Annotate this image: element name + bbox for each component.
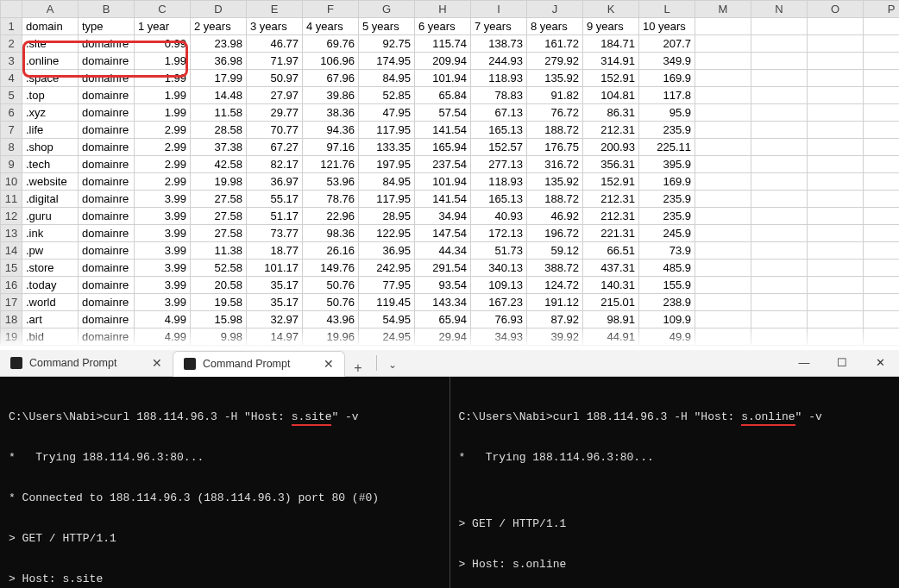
cell[interactable]: 121.76 [303,156,359,173]
row-header[interactable]: 4 [1,70,22,87]
cell[interactable] [864,87,900,104]
cell[interactable]: 35.17 [247,277,303,294]
cell[interactable] [808,18,864,35]
cell[interactable]: 104.81 [583,87,639,104]
row-header[interactable]: 9 [1,156,22,173]
cell[interactable]: 2 years [191,18,247,35]
cell[interactable]: 78.76 [303,191,359,208]
cell[interactable]: 1.99 [135,70,191,87]
cell[interactable]: 165.94 [415,139,471,156]
row-header[interactable]: 16 [1,277,22,294]
cell[interactable]: 141.54 [415,122,471,139]
cell[interactable]: 152.57 [471,139,527,156]
cell[interactable]: .art [22,311,79,328]
cell[interactable]: 109.9 [639,311,695,328]
cell[interactable]: 44.91 [583,328,639,346]
cell[interactable]: 4.99 [135,328,191,346]
cell[interactable]: domainre [79,87,135,104]
cell[interactable]: 94.36 [303,122,359,139]
cell[interactable]: 67.96 [303,70,359,87]
row-header[interactable]: 12 [1,208,22,225]
row-header[interactable]: 7 [1,122,22,139]
cell[interactable]: 20.58 [191,277,247,294]
row-header[interactable]: 10 [1,173,22,191]
cell[interactable]: 34.94 [415,208,471,225]
cell[interactable]: 184.71 [583,35,639,53]
close-window-button[interactable]: ✕ [861,350,899,376]
cell[interactable]: 28.95 [359,208,415,225]
cell[interactable]: 4 years [303,18,359,35]
cell[interactable]: 235.9 [639,208,695,225]
cell[interactable] [808,156,864,173]
cell[interactable]: 2.99 [135,156,191,173]
column-header[interactable]: G [359,1,415,18]
cell[interactable]: 3.99 [135,208,191,225]
column-header[interactable]: F [303,1,359,18]
cell[interactable]: 98.91 [583,311,639,328]
cell[interactable]: 27.58 [191,191,247,208]
row-header[interactable]: 13 [1,225,22,242]
cell[interactable] [864,53,900,70]
cell[interactable]: 101.94 [415,173,471,191]
cell[interactable]: .world [22,294,79,311]
close-tab-icon[interactable]: ✕ [324,357,334,371]
cell[interactable]: 5 years [359,18,415,35]
row-header[interactable]: 6 [1,104,22,122]
cell[interactable] [695,18,751,35]
cell[interactable] [751,277,808,294]
cell[interactable] [864,156,900,173]
cell[interactable]: 43.96 [303,311,359,328]
cell[interactable]: 27.58 [191,225,247,242]
cell[interactable] [864,260,900,277]
cell[interactable] [751,294,808,311]
cell[interactable]: 1.99 [135,87,191,104]
cell[interactable]: .online [22,53,79,70]
cell[interactable]: 66.51 [583,242,639,260]
cell[interactable] [808,191,864,208]
cell[interactable]: 225.11 [639,139,695,156]
cell[interactable]: 84.95 [359,173,415,191]
cell[interactable]: 7 years [471,18,527,35]
column-header[interactable]: L [639,1,695,18]
cell[interactable]: 3.99 [135,260,191,277]
cell[interactable] [864,225,900,242]
cell[interactable]: 356.31 [583,156,639,173]
cell[interactable] [695,70,751,87]
cell[interactable]: 78.83 [471,87,527,104]
cell[interactable]: domainre [79,277,135,294]
cell[interactable]: 44.34 [415,242,471,260]
cell[interactable] [751,156,808,173]
cell[interactable]: 174.95 [359,53,415,70]
cell[interactable]: domainre [79,104,135,122]
cell[interactable]: 1 year [135,18,191,35]
cell[interactable]: 14.97 [247,328,303,346]
cell[interactable]: 242.95 [359,260,415,277]
cell[interactable]: 155.9 [639,277,695,294]
cell[interactable]: 235.9 [639,122,695,139]
minimize-button[interactable]: — [785,350,823,376]
cell[interactable]: .xyz [22,104,79,122]
cell[interactable] [808,139,864,156]
row-header[interactable]: 18 [1,311,22,328]
cell[interactable] [695,328,751,346]
cell[interactable]: 36.97 [247,173,303,191]
cell[interactable]: 40.93 [471,208,527,225]
cell[interactable]: 65.84 [415,87,471,104]
cell[interactable]: 29.94 [415,328,471,346]
cell[interactable]: 196.72 [527,225,583,242]
cell[interactable]: .life [22,122,79,139]
cell[interactable]: 340.13 [471,260,527,277]
cell[interactable]: .shop [22,139,79,156]
cell[interactable] [808,242,864,260]
cell[interactable]: 17.99 [191,70,247,87]
cell[interactable] [751,225,808,242]
cell[interactable] [864,35,900,53]
cell[interactable] [864,191,900,208]
cell[interactable]: 0.99 [135,35,191,53]
cell[interactable]: 2.99 [135,139,191,156]
cell[interactable] [751,173,808,191]
cell[interactable]: 47.95 [359,104,415,122]
cell[interactable]: 1.99 [135,53,191,70]
cell[interactable]: 349.9 [639,53,695,70]
cell[interactable]: 38.36 [303,104,359,122]
